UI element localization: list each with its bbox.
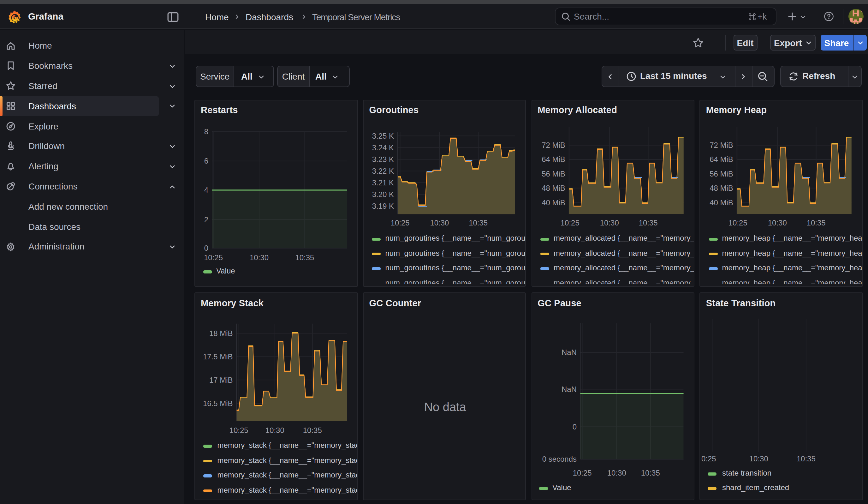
svg-text:10:35: 10:35 bbox=[797, 454, 816, 463]
svg-text:NaN: NaN bbox=[561, 348, 576, 357]
svg-text:16.5 MiB: 16.5 MiB bbox=[203, 399, 233, 408]
svg-text:10:25: 10:25 bbox=[229, 426, 248, 434]
svg-text:3.23 K: 3.23 K bbox=[372, 155, 394, 163]
svg-text:0 seconds: 0 seconds bbox=[542, 455, 576, 463]
svg-text:10:25: 10:25 bbox=[204, 253, 223, 261]
svg-text:72 MiB: 72 MiB bbox=[541, 141, 565, 149]
svg-text:8: 8 bbox=[204, 127, 208, 135]
svg-text:48 MiB: 48 MiB bbox=[710, 184, 734, 192]
svg-text:10:30: 10:30 bbox=[266, 426, 285, 434]
svg-text:3.22 K: 3.22 K bbox=[372, 166, 394, 175]
svg-text:10:35: 10:35 bbox=[303, 426, 322, 434]
svg-text:10:25: 10:25 bbox=[391, 218, 410, 227]
svg-text:10:35: 10:35 bbox=[639, 218, 658, 227]
svg-text:3.24 K: 3.24 K bbox=[372, 143, 394, 152]
svg-text:3.25 K: 3.25 K bbox=[372, 131, 394, 140]
svg-text:10:35: 10:35 bbox=[469, 218, 488, 227]
svg-text:10:30: 10:30 bbox=[607, 469, 626, 477]
svg-text:4: 4 bbox=[204, 185, 208, 194]
svg-text:17 MiB: 17 MiB bbox=[209, 376, 233, 384]
svg-text:10:25: 10:25 bbox=[560, 218, 579, 227]
svg-text:10:25: 10:25 bbox=[572, 469, 591, 477]
svg-text:10:30: 10:30 bbox=[250, 253, 269, 261]
svg-text:64 MiB: 64 MiB bbox=[541, 155, 565, 164]
svg-text:6: 6 bbox=[204, 156, 208, 165]
svg-text:10:30: 10:30 bbox=[600, 218, 619, 227]
svg-text:18 MiB: 18 MiB bbox=[209, 329, 233, 338]
svg-text:56 MiB: 56 MiB bbox=[541, 169, 565, 178]
svg-text:0: 0 bbox=[572, 422, 576, 431]
svg-text:10:35: 10:35 bbox=[295, 253, 314, 261]
svg-text:10:30: 10:30 bbox=[430, 218, 449, 227]
svg-text:72 MiB: 72 MiB bbox=[710, 141, 734, 149]
svg-text:10:35: 10:35 bbox=[641, 469, 660, 477]
svg-text:48 MiB: 48 MiB bbox=[541, 184, 565, 192]
svg-text:3.20 K: 3.20 K bbox=[372, 190, 394, 198]
svg-text:NaN: NaN bbox=[561, 385, 576, 393]
svg-text:10:30: 10:30 bbox=[768, 218, 787, 227]
svg-text:10:30: 10:30 bbox=[750, 454, 768, 463]
svg-text:10:35: 10:35 bbox=[807, 218, 826, 227]
svg-text:17.5 MiB: 17.5 MiB bbox=[203, 352, 233, 361]
svg-text:3.21 K: 3.21 K bbox=[372, 178, 394, 187]
svg-text:0:25: 0:25 bbox=[702, 454, 716, 463]
svg-text:64 MiB: 64 MiB bbox=[710, 155, 734, 164]
svg-text:3.19 K: 3.19 K bbox=[372, 202, 394, 210]
svg-text:10:25: 10:25 bbox=[729, 218, 748, 227]
svg-text:0: 0 bbox=[204, 244, 208, 252]
svg-text:2: 2 bbox=[204, 215, 208, 224]
svg-text:40 MiB: 40 MiB bbox=[541, 198, 565, 207]
svg-text:56 MiB: 56 MiB bbox=[710, 169, 734, 178]
svg-text:40 MiB: 40 MiB bbox=[710, 198, 734, 207]
